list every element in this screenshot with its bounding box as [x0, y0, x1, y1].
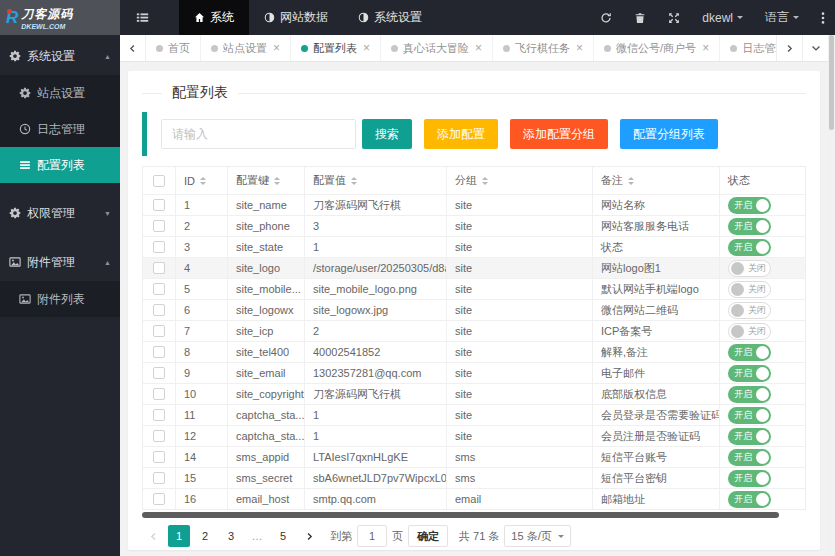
row-checkbox[interactable] — [153, 367, 165, 379]
cell-config-key: site_icp — [228, 321, 305, 341]
row-checkbox[interactable] — [153, 409, 165, 421]
tab-close-icon[interactable]: × — [363, 41, 370, 55]
select-all-checkbox[interactable] — [153, 175, 165, 187]
status-toggle[interactable]: 关闭 — [728, 281, 771, 298]
sort-icons[interactable] — [200, 174, 206, 188]
row-checkbox[interactable] — [153, 451, 165, 463]
per-page-select[interactable]: 15 条/页 — [504, 525, 570, 547]
status-toggle[interactable]: 开启 — [728, 491, 771, 508]
search-input[interactable] — [161, 119, 356, 149]
clear-cache-button[interactable] — [634, 12, 646, 24]
sidebar-item-日志管理[interactable]: 日志管理 — [0, 111, 120, 147]
sidebar-item-站点设置[interactable]: 站点设置 — [0, 75, 120, 111]
status-toggle[interactable]: 关闭 — [728, 302, 771, 319]
row-checkbox[interactable] — [153, 220, 165, 232]
status-toggle[interactable]: 关闭 — [728, 323, 771, 340]
column-header-备注[interactable]: 备注 — [593, 167, 720, 194]
page-number-input[interactable] — [357, 525, 387, 547]
page-button-3[interactable]: 3 — [220, 525, 242, 547]
row-checkbox[interactable] — [153, 262, 165, 274]
status-toggle[interactable]: 开启 — [728, 365, 771, 382]
sidebar-item-附件列表[interactable]: 附件列表 — [0, 281, 120, 317]
cell-remark: 状态 — [593, 237, 720, 257]
sort-icons[interactable] — [274, 174, 280, 188]
sidebar-section-2[interactable]: 权限管理▼ — [0, 194, 120, 232]
tabs-scroll-right-button[interactable] — [776, 35, 802, 61]
add-config-button[interactable]: 添加配置 — [424, 119, 498, 149]
tab-真心话大冒险[interactable]: 真心话大冒险× — [381, 35, 493, 61]
tab-首页[interactable]: 首页 — [146, 35, 201, 61]
status-toggle[interactable]: 开启 — [728, 344, 771, 361]
top-menu-item-3[interactable]: 系统设置 — [343, 0, 437, 35]
row-checkbox[interactable] — [153, 346, 165, 358]
row-checkbox[interactable] — [153, 493, 165, 505]
status-toggle[interactable]: 开启 — [728, 239, 771, 256]
status-toggle[interactable]: 开启 — [728, 218, 771, 235]
tabs-menu-button[interactable] — [802, 35, 828, 61]
fullscreen-button[interactable] — [668, 12, 680, 24]
page-button-5[interactable]: 5 — [272, 525, 294, 547]
sidebar-section-1[interactable]: 系统设置▲ — [0, 37, 120, 75]
status-toggle[interactable]: 关闭 — [728, 260, 771, 277]
config-group-list-button[interactable]: 配置分组列表 — [620, 119, 718, 149]
toggle-knob — [731, 325, 744, 338]
sidebar-section-label: 系统设置 — [27, 48, 75, 65]
toggle-knob — [756, 409, 769, 422]
column-header-配置值[interactable]: 配置值 — [305, 167, 447, 194]
row-checkbox[interactable] — [153, 304, 165, 316]
horizontal-scrollbar-thumb[interactable] — [142, 512, 779, 518]
more-menu-button[interactable] — [821, 11, 825, 25]
sort-icons[interactable] — [628, 174, 634, 188]
tab-close-icon[interactable]: × — [475, 41, 482, 55]
row-checkbox[interactable] — [153, 388, 165, 400]
cell-group: site — [447, 237, 593, 257]
app-logo[interactable]: R 刀客源码 DKEWL.COM — [0, 0, 120, 35]
refresh-button[interactable] — [600, 12, 612, 24]
row-checkbox[interactable] — [153, 283, 165, 295]
total-count-label: 共 71 条 — [459, 529, 499, 544]
tab-close-icon[interactable]: × — [576, 41, 583, 55]
row-checkbox[interactable] — [153, 472, 165, 484]
next-page-button[interactable] — [298, 525, 320, 547]
top-menu-item-2[interactable]: 网站数据 — [249, 0, 343, 35]
page-scrollbar-thumb[interactable] — [829, 35, 834, 130]
tab-close-icon[interactable]: × — [702, 41, 709, 55]
sidebar-toggle-button[interactable] — [120, 0, 165, 35]
status-toggle[interactable]: 开启 — [728, 428, 771, 445]
add-config-group-button[interactable]: 添加配置分组 — [510, 119, 608, 149]
status-toggle[interactable]: 开启 — [728, 470, 771, 487]
tabs-scroll-left-button[interactable] — [120, 35, 146, 61]
cell-group: site — [447, 258, 593, 278]
table-row: 14sms_appidLTAIesI7qxnHLgKEsms短信平台账号开启 — [143, 446, 805, 467]
status-toggle[interactable]: 开启 — [728, 386, 771, 403]
page-unit-label: 页 — [392, 529, 403, 544]
row-checkbox[interactable] — [153, 325, 165, 337]
status-toggle[interactable]: 开启 — [728, 449, 771, 466]
search-button[interactable]: 搜索 — [362, 119, 412, 149]
status-toggle[interactable]: 开启 — [728, 197, 771, 214]
tab-配置列表[interactable]: 配置列表× — [291, 35, 381, 61]
row-checkbox[interactable] — [153, 199, 165, 211]
row-checkbox[interactable] — [153, 241, 165, 253]
column-header-分组[interactable]: 分组 — [447, 167, 593, 194]
row-checkbox[interactable] — [153, 430, 165, 442]
prev-page-button[interactable] — [142, 525, 164, 547]
sidebar-item-配置列表[interactable]: 配置列表 — [0, 147, 120, 183]
column-header-配置键[interactable]: 配置键 — [228, 167, 305, 194]
column-header-ID[interactable]: ID — [176, 167, 228, 194]
page-button-2[interactable]: 2 — [194, 525, 216, 547]
top-menu-item-1[interactable]: 系统 — [179, 0, 249, 35]
sort-icons[interactable] — [351, 174, 357, 188]
tab-微信公号/商户号[interactable]: 微信公号/商户号× — [594, 35, 720, 61]
language-menu[interactable]: 语言 — [765, 9, 799, 26]
status-toggle[interactable]: 开启 — [728, 407, 771, 424]
page-button-1[interactable]: 1 — [168, 525, 190, 547]
confirm-page-button[interactable]: 确定 — [408, 525, 448, 547]
tab-日志管理[interactable]: 日志管理× — [720, 35, 776, 61]
tab-close-icon[interactable]: × — [273, 41, 280, 55]
tab-飞行棋任务[interactable]: 飞行棋任务× — [493, 35, 594, 61]
sidebar-section-3[interactable]: 附件管理▲ — [0, 243, 120, 281]
sort-icons[interactable] — [482, 174, 488, 188]
user-menu[interactable]: dkewl — [702, 11, 743, 25]
tab-站点设置[interactable]: 站点设置× — [201, 35, 291, 61]
